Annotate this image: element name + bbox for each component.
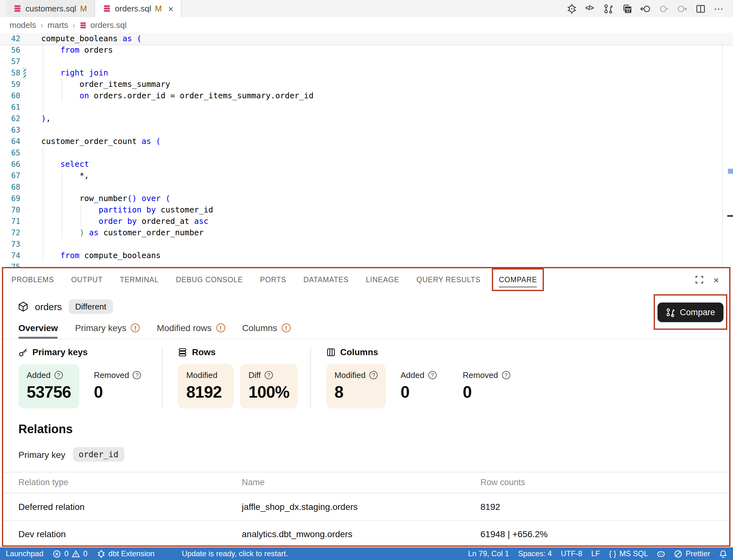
indent-guide xyxy=(81,204,81,216)
dbt-logo-icon[interactable] xyxy=(567,3,577,14)
breadcrumb-marts[interactable]: marts xyxy=(48,20,68,30)
update-message[interactable]: Update is ready, click to restart. xyxy=(182,549,288,558)
notifications-bell-icon[interactable] xyxy=(719,550,727,558)
view-tab-label: Primary keys xyxy=(75,323,127,333)
overview-ruler-cursor-mark xyxy=(727,215,733,217)
code-icon[interactable]: </> xyxy=(585,3,595,14)
panel-tab-terminal[interactable]: TERMINAL xyxy=(120,268,159,291)
code-token: compute_booleans xyxy=(41,34,122,43)
help-icon[interactable]: ? xyxy=(264,371,272,379)
compare-view-tabs: OverviewPrimary keys!Modified rows!Colum… xyxy=(3,318,729,339)
code-text: *, xyxy=(28,170,733,181)
stats-row: Primary keysAdded?53756Removed?0RowsModi… xyxy=(3,347,729,408)
query-preview-icon[interactable] xyxy=(622,3,632,14)
code-text: partition by customer_id xyxy=(28,204,733,216)
previous-change-icon[interactable] xyxy=(659,3,669,14)
code-editor[interactable]: 42compute_booleans as (56 from orders575… xyxy=(0,33,733,267)
close-panel-icon[interactable]: × xyxy=(713,274,719,285)
relations-col-header: Relation type xyxy=(3,472,242,493)
split-editor-icon[interactable] xyxy=(696,3,706,14)
cursor-position[interactable]: Ln 79, Col 1 xyxy=(468,549,509,558)
panel-tab-output[interactable]: OUTPUT xyxy=(71,268,102,291)
code-text: order by ordered_at asc xyxy=(28,216,733,227)
cube-icon xyxy=(18,301,29,312)
code-text: on orders.order_id = order_items_summary… xyxy=(28,90,733,101)
indentation[interactable]: Spaces: 4 xyxy=(518,549,552,558)
relations-col-header: Row counts xyxy=(481,472,729,493)
panel-tab-compare[interactable]: COMPARE xyxy=(492,268,544,291)
panel-tab-datamates[interactable]: DATAMATES xyxy=(303,268,349,291)
code-text: right join xyxy=(28,67,733,79)
panel-tab-problems[interactable]: PROBLEMS xyxy=(11,268,54,291)
overview-ruler-modified-mark xyxy=(728,169,733,174)
breadcrumb-models[interactable]: models xyxy=(10,20,36,30)
code-line: 68 xyxy=(0,181,733,193)
view-tab-primary-keys[interactable]: Primary keys! xyxy=(75,323,140,339)
language-mode[interactable]: { }MS SQL xyxy=(609,549,648,558)
panel-tab-debug-console[interactable]: DEBUG CONSOLE xyxy=(176,268,243,291)
encoding[interactable]: UTF-8 xyxy=(561,549,582,558)
copilot-icon[interactable] xyxy=(657,550,665,558)
code-line: 70 partition by customer_id xyxy=(0,204,733,216)
launchpad-item[interactable]: Launchpad xyxy=(6,549,43,558)
help-icon[interactable]: ? xyxy=(428,371,436,379)
help-icon[interactable]: ? xyxy=(133,371,141,379)
stat-value: 0 xyxy=(401,382,440,402)
breadcrumb-file[interactable]: orders.sql xyxy=(80,20,127,30)
indent-guide xyxy=(62,79,62,90)
help-icon[interactable]: ? xyxy=(370,371,378,379)
code-token: from xyxy=(60,45,79,55)
tab-label: customers.sql xyxy=(25,4,76,13)
close-tab-icon[interactable]: × xyxy=(168,3,173,14)
code-text: ), xyxy=(28,113,733,124)
code-token: , xyxy=(46,114,51,123)
dbt-extension-item[interactable]: dbt Extension xyxy=(97,549,154,558)
help-icon[interactable]: ? xyxy=(54,371,62,379)
compare-button[interactable]: Compare xyxy=(658,302,723,322)
git-compare-icon[interactable] xyxy=(604,3,614,14)
table-row: Dev relationanalytics.dbt_mwong.orders61… xyxy=(3,520,729,547)
editor-tab-bar: customers.sql M orders.sql M × </> ⋯ xyxy=(0,0,733,17)
code-text: compute_booleans as ( xyxy=(28,33,733,44)
next-change-icon[interactable] xyxy=(677,3,687,14)
line-number: 68 xyxy=(0,181,28,193)
modified-indicator: M xyxy=(80,4,87,13)
code-token xyxy=(41,45,60,55)
model-name: orders xyxy=(35,301,62,312)
relations-title: Relations xyxy=(3,408,729,436)
line-number: 70 xyxy=(0,204,28,216)
panel-tab-bar: PROBLEMSOUTPUTTERMINALDEBUG CONSOLEPORTS… xyxy=(3,268,729,291)
stat-label: Removed xyxy=(463,370,498,380)
more-actions-icon[interactable]: ⋯ xyxy=(714,3,724,14)
tab-orders-sql[interactable]: orders.sql M × xyxy=(95,0,181,17)
stat-value: 8 xyxy=(334,382,378,402)
line-number: 64 xyxy=(0,136,28,147)
stats-group-rows: RowsModified8192Diff?100% xyxy=(163,347,311,408)
maximize-panel-icon[interactable] xyxy=(695,275,704,284)
stat-value: 53756 xyxy=(27,382,71,402)
code-token: order xyxy=(99,216,122,226)
relations-col-header: Name xyxy=(242,472,481,493)
formatter-item[interactable]: Prettier xyxy=(674,549,710,558)
line-number: 74 xyxy=(0,250,28,261)
panel-tab-query-results[interactable]: QUERY RESULTS xyxy=(416,268,481,291)
open-changes-icon[interactable] xyxy=(640,3,651,14)
help-icon[interactable]: ? xyxy=(502,371,510,379)
code-line: 62), xyxy=(0,113,733,124)
view-tab-overview[interactable]: Overview xyxy=(18,323,58,339)
code-token xyxy=(122,216,127,226)
scrollbar-track[interactable] xyxy=(722,33,723,267)
view-tab-modified-rows[interactable]: Modified rows! xyxy=(157,323,225,339)
code-token xyxy=(41,91,79,100)
code-token xyxy=(132,34,137,43)
eol-sequence[interactable]: LF xyxy=(591,549,600,558)
problems-item[interactable]: 0 0 xyxy=(53,549,88,558)
code-token: *, xyxy=(41,171,89,180)
code-line: 63 xyxy=(0,124,733,136)
panel-tab-ports[interactable]: PORTS xyxy=(260,268,286,291)
code-token: ( xyxy=(165,193,170,203)
tab-customers-sql[interactable]: customers.sql M xyxy=(6,0,95,17)
view-tab-columns[interactable]: Columns! xyxy=(242,323,291,339)
panel-tab-lineage[interactable]: LINEAGE xyxy=(366,268,399,291)
code-line: 59 order_items_summary xyxy=(0,79,733,90)
